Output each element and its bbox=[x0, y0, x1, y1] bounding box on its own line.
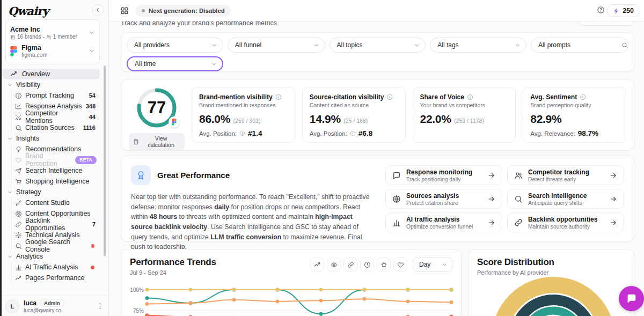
sidebar-item-content-studio[interactable]: Content Studio bbox=[0, 197, 103, 208]
filter-funnel-select[interactable]: All funnel bbox=[228, 38, 325, 53]
sidebar-item-google-search-console[interactable]: Google Search Console bbox=[0, 240, 103, 251]
search-icon bbox=[514, 195, 523, 203]
period-select[interactable]: Day bbox=[413, 257, 452, 272]
info-icon[interactable] bbox=[239, 130, 245, 136]
help-circle-icon bbox=[597, 6, 605, 14]
trends-title: Performance Trends bbox=[130, 257, 216, 268]
metric-subtitle: Brand mentioned in responses bbox=[199, 102, 288, 108]
action-search-intelligence[interactable]: Search intelligenceAnticipate query shif… bbox=[507, 189, 624, 209]
action-subtitle: Maintain source authority bbox=[528, 224, 604, 230]
sidebar-item-label: Prompt Tracking bbox=[25, 92, 74, 99]
dots-vertical-icon[interactable] bbox=[96, 302, 104, 310]
action-competitor-tracking[interactable]: Competitor trackingDetect threats early bbox=[507, 165, 624, 185]
view-calculation-button[interactable]: View calculation bbox=[129, 133, 185, 150]
trend-line-button[interactable] bbox=[310, 258, 324, 271]
citations-toggle-button[interactable] bbox=[343, 258, 357, 271]
org-brands-count: 16 brands bbox=[17, 34, 41, 40]
sidebar-section-visibility[interactable]: Visibility bbox=[0, 79, 103, 90]
sidebar-item-overview[interactable]: Overview bbox=[3, 69, 100, 79]
help-circle-icon bbox=[15, 92, 22, 99]
filter-topics-select[interactable]: All topics bbox=[330, 38, 426, 53]
action-response-monitoring[interactable]: Response monitoringTrack positioning dai… bbox=[385, 165, 502, 185]
workspace-card: Acme Inc 16 brands - 1 member Figma figm… bbox=[5, 19, 100, 64]
user-menu[interactable]: L luca Admin luca@qwairy.co bbox=[0, 296, 108, 316]
arrow-right-icon bbox=[488, 172, 495, 179]
next-generation-badge[interactable]: Next generation: Disabled bbox=[136, 5, 231, 17]
view-calculation-label: View calculation bbox=[142, 135, 180, 148]
info-icon[interactable] bbox=[275, 94, 282, 100]
sidebar-item-prompt-tracking[interactable]: Prompt Tracking 54 bbox=[0, 90, 103, 101]
section-label: Visibility bbox=[16, 81, 40, 89]
action-backlink-opportunities[interactable]: Backlink opportunitiesMaintain source au… bbox=[507, 212, 624, 232]
info-icon[interactable] bbox=[467, 94, 473, 100]
org-meta-separator: - bbox=[42, 34, 44, 40]
sidebar-scrollbar[interactable] bbox=[104, 65, 106, 256]
insight-card: Great Performance Near top tier with out… bbox=[121, 156, 634, 242]
trends-toolbar: Day bbox=[310, 257, 452, 272]
sidebar-section-strategy[interactable]: Strategy bbox=[0, 187, 103, 197]
distribution-title: Score Distribution bbox=[477, 257, 625, 268]
clock-icon bbox=[364, 261, 371, 268]
metric-card-avg-sentiment: Avg. Sentiment Brand perception quality … bbox=[523, 87, 626, 143]
visibility-toggle-button[interactable] bbox=[327, 258, 341, 271]
sidebar-item-label: Overview bbox=[22, 70, 50, 78]
filter-value: All tags bbox=[437, 41, 515, 49]
action-sources-analysis[interactable]: Sources analysisProtect citation share bbox=[385, 189, 502, 209]
brand-switcher[interactable]: Figma figma.com bbox=[10, 42, 95, 60]
sidebar-collapse-button[interactable] bbox=[92, 4, 104, 16]
scrolled-header-button[interactable] bbox=[579, 21, 634, 26]
bar-chart-icon bbox=[392, 218, 401, 227]
svg-text:75%: 75% bbox=[133, 308, 144, 314]
favorites-toggle-button[interactable] bbox=[377, 258, 391, 271]
chat-bubble-icon bbox=[626, 293, 638, 305]
filter-value: All funnel bbox=[235, 41, 313, 49]
history-toggle-button[interactable] bbox=[360, 258, 374, 271]
sidebar-item-brand-perception[interactable]: Brand Perception BETA bbox=[0, 155, 103, 165]
sidebar-section-insights[interactable]: Insights bbox=[0, 133, 103, 144]
metric-title: Source-citation visibility bbox=[310, 93, 384, 101]
filter-providers-select[interactable]: All providers bbox=[127, 38, 223, 53]
action-title: Competitor tracking bbox=[528, 168, 604, 176]
action-ai-traffic-analysis[interactable]: AI traffic analysisOptimize conversion f… bbox=[385, 212, 502, 232]
message-icon bbox=[392, 171, 401, 180]
metric-title: Brand-mention visibility bbox=[199, 93, 273, 101]
sidebar-item-citation-sources[interactable]: Citation Sources 1116 bbox=[0, 122, 103, 133]
sidebar-item-backlink-opportunities[interactable]: Backlink Opportunities 7 bbox=[0, 219, 103, 230]
sidebar-item-search-intelligence[interactable]: Search Intelligence bbox=[0, 165, 103, 176]
lightning-icon bbox=[613, 8, 620, 14]
search-icon bbox=[15, 124, 22, 131]
trend-up-icon bbox=[10, 70, 18, 78]
info-icon[interactable] bbox=[580, 94, 586, 100]
org-switcher[interactable]: Acme Inc 16 brands - 1 member bbox=[10, 24, 95, 42]
filter-tags-select[interactable]: All tags bbox=[430, 38, 526, 53]
prompts-search-input[interactable] bbox=[538, 41, 621, 49]
sidebar-item-label: Content Opportunities bbox=[25, 210, 91, 217]
info-icon[interactable] bbox=[386, 94, 393, 100]
metric-fraction: (259 / 1178) bbox=[454, 117, 484, 124]
visibility-items: Prompt Tracking 54 Response Analysis 348… bbox=[0, 90, 103, 133]
sidebar-item-shopping-intelligence[interactable]: Shopping Intelligence bbox=[0, 176, 103, 187]
action-title: Response monitoring bbox=[406, 168, 482, 176]
filter-time-select[interactable]: All time bbox=[127, 56, 223, 71]
sidebar-item-ai-traffic-analysis[interactable]: AI Traffic Analysis bbox=[0, 262, 103, 273]
dashboard-grid-icon[interactable] bbox=[120, 6, 129, 15]
sidebar-nav: Overview Visibility Prompt Tracking 54 R… bbox=[0, 69, 103, 283]
chevron-down-icon bbox=[7, 189, 13, 195]
chat-widget-button[interactable] bbox=[619, 286, 644, 311]
info-icon[interactable] bbox=[350, 130, 356, 136]
filter-prompts-search[interactable] bbox=[531, 38, 628, 53]
sidebar-item-label: Brand Perception bbox=[25, 152, 72, 167]
metric-footer-value: #6.8 bbox=[358, 129, 372, 137]
chevron-down-icon bbox=[89, 30, 95, 36]
action-subtitle: Track positioning daily bbox=[406, 177, 482, 182]
credits-button[interactable]: 250 bbox=[608, 4, 639, 17]
sidebar-item-label: Search Intelligence bbox=[25, 167, 82, 174]
sidebar-item-competitor-mentions[interactable]: Competitor Mentions 44 bbox=[0, 112, 103, 122]
sidebar-item-label: Technical Analysis bbox=[25, 231, 79, 239]
item-count: 44 bbox=[89, 114, 103, 120]
sidebar-item-pages-performance[interactable]: Pages Performance bbox=[0, 273, 103, 283]
chevron-down-icon bbox=[211, 61, 217, 67]
sentiment-toggle-button[interactable] bbox=[393, 258, 407, 271]
metric-value: 82.9% bbox=[530, 113, 561, 125]
score-ring: 77 bbox=[136, 87, 178, 129]
